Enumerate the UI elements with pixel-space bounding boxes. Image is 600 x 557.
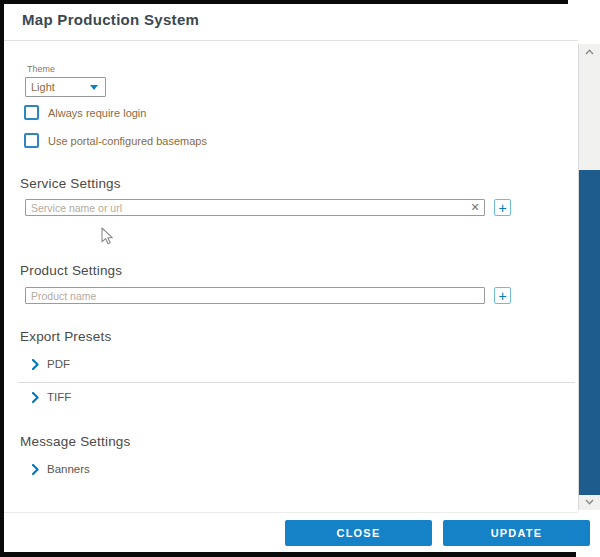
always-require-login-row: Always require login <box>24 105 146 120</box>
preset-label: TIFF <box>47 391 71 403</box>
export-presets-heading: Export Presets <box>20 329 111 344</box>
theme-dropdown[interactable]: Light <box>25 77 106 97</box>
portal-basemaps-label: Use portal-configured basemaps <box>48 135 207 147</box>
message-row-banners[interactable]: Banners <box>32 463 90 475</box>
vertical-scrollbar[interactable] <box>578 44 600 510</box>
preset-label: PDF <box>47 358 70 370</box>
message-settings-heading: Message Settings <box>20 434 131 449</box>
service-settings-heading: Service Settings <box>20 176 121 191</box>
header-divider <box>4 40 578 41</box>
scroll-down-icon[interactable] <box>579 499 600 505</box>
product-settings-heading: Product Settings <box>20 263 122 278</box>
message-item-label: Banners <box>47 463 90 475</box>
footer-divider <box>4 512 578 513</box>
dialog-title: Map Production System <box>22 11 199 28</box>
map-production-system-dialog: Map Production System Theme Light Always… <box>0 0 600 557</box>
scrollbar-thumb[interactable] <box>579 170 600 495</box>
chevron-down-icon <box>90 85 98 90</box>
theme-dropdown-value: Light <box>31 81 55 93</box>
capture-frame-top <box>0 0 568 4</box>
mouse-cursor-icon <box>101 227 114 250</box>
preset-divider <box>18 382 575 383</box>
add-service-button[interactable]: + <box>494 199 511 216</box>
chevron-right-icon <box>32 464 39 475</box>
portal-basemaps-checkbox[interactable] <box>24 133 39 148</box>
close-button[interactable]: CLOSE <box>285 520 432 546</box>
preset-row-pdf[interactable]: PDF <box>32 358 70 370</box>
always-require-login-label: Always require login <box>48 107 146 119</box>
scroll-up-icon[interactable] <box>579 49 600 55</box>
capture-frame-left <box>0 0 4 557</box>
add-product-button[interactable]: + <box>494 287 511 304</box>
portal-basemaps-row: Use portal-configured basemaps <box>24 133 207 148</box>
preset-row-tiff[interactable]: TIFF <box>32 391 71 403</box>
clear-icon[interactable]: × <box>468 199 482 216</box>
update-button[interactable]: UPDATE <box>443 520 590 546</box>
chevron-right-icon <box>32 359 39 370</box>
chevron-right-icon <box>32 392 39 403</box>
service-name-input[interactable] <box>25 199 485 216</box>
always-require-login-checkbox[interactable] <box>24 105 39 120</box>
product-name-input[interactable] <box>25 287 485 304</box>
capture-frame-bottom <box>0 552 576 557</box>
theme-label: Theme <box>27 64 55 74</box>
